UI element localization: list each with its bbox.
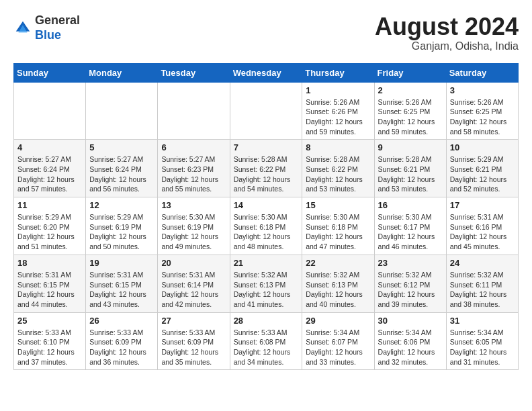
day-info: Sunrise: 5:34 AM Sunset: 6:06 PM Dayligh… [378,328,443,367]
table-row: 30Sunrise: 5:34 AM Sunset: 6:06 PM Dayli… [374,312,446,370]
day-number: 8 [306,142,370,152]
day-info: Sunrise: 5:32 AM Sunset: 6:11 PM Dayligh… [450,270,515,310]
day-number: 4 [17,142,82,152]
day-number: 3 [450,85,515,95]
week-row-3: 11Sunrise: 5:29 AM Sunset: 6:20 PM Dayli… [14,197,519,255]
table-row: 10Sunrise: 5:29 AM Sunset: 6:21 PM Dayli… [446,140,518,197]
table-row: 9Sunrise: 5:28 AM Sunset: 6:21 PM Daylig… [374,140,446,197]
weekday-thursday: Thursday [302,63,374,82]
day-info: Sunrise: 5:26 AM Sunset: 6:26 PM Dayligh… [306,97,370,137]
day-info: Sunrise: 5:31 AM Sunset: 6:14 PM Dayligh… [161,270,226,310]
table-row: 12Sunrise: 5:29 AM Sunset: 6:19 PM Dayli… [86,197,158,255]
logo-icon [13,19,32,38]
table-row: 5Sunrise: 5:27 AM Sunset: 6:24 PM Daylig… [86,140,158,197]
day-number: 13 [161,200,226,210]
day-info: Sunrise: 5:31 AM Sunset: 6:16 PM Dayligh… [450,212,515,252]
logo-blue-text: Blue [35,28,61,42]
week-row-2: 4Sunrise: 5:27 AM Sunset: 6:24 PM Daylig… [14,140,519,197]
weekday-friday: Friday [374,63,446,82]
week-row-5: 25Sunrise: 5:33 AM Sunset: 6:10 PM Dayli… [14,312,519,370]
table-row: 7Sunrise: 5:28 AM Sunset: 6:22 PM Daylig… [230,140,302,197]
table-row [86,82,158,140]
day-info: Sunrise: 5:30 AM Sunset: 6:18 PM Dayligh… [234,212,299,252]
table-row: 4Sunrise: 5:27 AM Sunset: 6:24 PM Daylig… [14,140,86,197]
day-number: 23 [378,258,443,268]
week-row-1: 1Sunrise: 5:26 AM Sunset: 6:26 PM Daylig… [14,82,519,140]
day-number: 19 [89,258,154,268]
table-row: 28Sunrise: 5:33 AM Sunset: 6:08 PM Dayli… [230,312,302,370]
day-info: Sunrise: 5:29 AM Sunset: 6:21 PM Dayligh… [450,154,515,194]
day-number: 30 [378,316,443,326]
table-row: 14Sunrise: 5:30 AM Sunset: 6:18 PM Dayli… [230,197,302,255]
day-number: 16 [378,200,443,210]
day-info: Sunrise: 5:30 AM Sunset: 6:17 PM Dayligh… [378,212,443,252]
day-info: Sunrise: 5:27 AM Sunset: 6:24 PM Dayligh… [89,154,154,194]
day-info: Sunrise: 5:27 AM Sunset: 6:24 PM Dayligh… [17,154,82,194]
day-number: 11 [17,200,82,210]
day-info: Sunrise: 5:32 AM Sunset: 6:12 PM Dayligh… [378,270,443,310]
table-row: 29Sunrise: 5:34 AM Sunset: 6:07 PM Dayli… [302,312,374,370]
weekday-monday: Monday [86,63,158,82]
day-info: Sunrise: 5:28 AM Sunset: 6:22 PM Dayligh… [234,154,299,194]
table-row: 24Sunrise: 5:32 AM Sunset: 6:11 PM Dayli… [446,255,518,312]
table-row [14,82,86,140]
table-row: 16Sunrise: 5:30 AM Sunset: 6:17 PM Dayli… [374,197,446,255]
table-row: 21Sunrise: 5:32 AM Sunset: 6:13 PM Dayli… [230,255,302,312]
table-row: 1Sunrise: 5:26 AM Sunset: 6:26 PM Daylig… [302,82,374,140]
day-info: Sunrise: 5:31 AM Sunset: 6:15 PM Dayligh… [89,270,154,310]
logo-general-text: General [35,13,80,27]
table-row: 3Sunrise: 5:26 AM Sunset: 6:25 PM Daylig… [446,82,518,140]
day-info: Sunrise: 5:29 AM Sunset: 6:20 PM Dayligh… [17,212,82,252]
calendar-header: SundayMondayTuesdayWednesdayThursdayFrid… [14,63,519,82]
day-info: Sunrise: 5:30 AM Sunset: 6:19 PM Dayligh… [161,212,226,252]
day-info: Sunrise: 5:34 AM Sunset: 6:07 PM Dayligh… [306,328,370,367]
day-number: 6 [161,142,226,152]
day-number: 12 [89,200,154,210]
day-number: 5 [89,142,154,152]
day-info: Sunrise: 5:29 AM Sunset: 6:19 PM Dayligh… [89,212,154,252]
day-number: 21 [234,258,299,268]
weekday-sunday: Sunday [14,63,86,82]
day-info: Sunrise: 5:27 AM Sunset: 6:23 PM Dayligh… [161,154,226,194]
table-row: 20Sunrise: 5:31 AM Sunset: 6:14 PM Dayli… [158,255,230,312]
table-row: 26Sunrise: 5:33 AM Sunset: 6:09 PM Dayli… [86,312,158,370]
table-row: 15Sunrise: 5:30 AM Sunset: 6:18 PM Dayli… [302,197,374,255]
day-number: 2 [378,85,443,95]
table-row: 6Sunrise: 5:27 AM Sunset: 6:23 PM Daylig… [158,140,230,197]
table-row [158,82,230,140]
day-info: Sunrise: 5:28 AM Sunset: 6:21 PM Dayligh… [378,154,443,194]
day-info: Sunrise: 5:32 AM Sunset: 6:13 PM Dayligh… [306,270,370,310]
day-number: 22 [306,258,370,268]
table-row: 31Sunrise: 5:34 AM Sunset: 6:05 PM Dayli… [446,312,518,370]
day-info: Sunrise: 5:33 AM Sunset: 6:09 PM Dayligh… [89,328,154,367]
week-row-4: 18Sunrise: 5:31 AM Sunset: 6:15 PM Dayli… [14,255,519,312]
table-row: 13Sunrise: 5:30 AM Sunset: 6:19 PM Dayli… [158,197,230,255]
day-number: 25 [17,316,82,326]
table-row: 25Sunrise: 5:33 AM Sunset: 6:10 PM Dayli… [14,312,86,370]
day-number: 17 [450,200,515,210]
day-number: 10 [450,142,515,152]
logo: General Blue [13,13,80,42]
table-row: 19Sunrise: 5:31 AM Sunset: 6:15 PM Dayli… [86,255,158,312]
table-row: 18Sunrise: 5:31 AM Sunset: 6:15 PM Dayli… [14,255,86,312]
header: General Blue August 2024 Ganjam, Odisha,… [13,13,519,52]
day-number: 24 [450,258,515,268]
location: Ganjam, Odisha, India [375,40,519,52]
day-number: 31 [450,316,515,326]
day-info: Sunrise: 5:33 AM Sunset: 6:10 PM Dayligh… [17,328,82,367]
month-year: August 2024 [375,13,519,40]
weekday-header-row: SundayMondayTuesdayWednesdayThursdayFrid… [14,63,519,82]
day-info: Sunrise: 5:33 AM Sunset: 6:08 PM Dayligh… [234,328,299,367]
day-info: Sunrise: 5:33 AM Sunset: 6:09 PM Dayligh… [161,328,226,367]
calendar: SundayMondayTuesdayWednesdayThursdayFrid… [13,63,519,371]
day-info: Sunrise: 5:32 AM Sunset: 6:13 PM Dayligh… [234,270,299,310]
calendar-body: 1Sunrise: 5:26 AM Sunset: 6:26 PM Daylig… [14,82,519,370]
day-number: 1 [306,85,370,95]
day-info: Sunrise: 5:26 AM Sunset: 6:25 PM Dayligh… [450,97,515,137]
day-info: Sunrise: 5:34 AM Sunset: 6:05 PM Dayligh… [450,328,515,367]
table-row: 22Sunrise: 5:32 AM Sunset: 6:13 PM Dayli… [302,255,374,312]
table-row: 2Sunrise: 5:26 AM Sunset: 6:25 PM Daylig… [374,82,446,140]
day-number: 26 [89,316,154,326]
day-number: 9 [378,142,443,152]
weekday-tuesday: Tuesday [158,63,230,82]
